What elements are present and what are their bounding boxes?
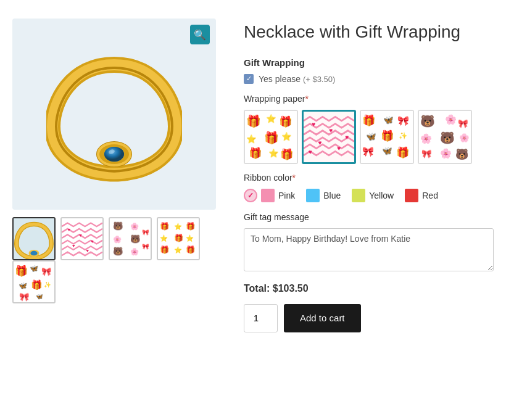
main-image: 🔍 xyxy=(12,19,216,210)
gift-tag-label: Gift tag message xyxy=(244,212,494,222)
svg-text:♥: ♥ xyxy=(318,139,321,146)
svg-point-4 xyxy=(104,147,124,162)
svg-text:🐻: 🐻 xyxy=(130,234,141,244)
gift-tag-input[interactable]: To Mom, Happy Birthday! Love from Katie xyxy=(244,228,494,271)
svg-text:🎁: 🎁 xyxy=(246,114,261,128)
wrapping-paper-label: Wrapping paper* xyxy=(244,94,494,104)
svg-text:⭐: ⭐ xyxy=(186,234,194,242)
svg-text:🎁: 🎁 xyxy=(396,146,410,159)
svg-text:🌸: 🌸 xyxy=(130,222,139,231)
wrapping-paper-section: Wrapping paper* 🎁 ⭐ 🎁 ⭐ 🎁 ⭐ 🎁 ⭐ xyxy=(244,94,494,164)
product-title: Necklace with Gift Wrapping xyxy=(244,22,494,43)
svg-point-8 xyxy=(30,251,37,256)
ribbon-pink[interactable]: ✓ Pink xyxy=(244,189,295,202)
svg-text:✨: ✨ xyxy=(44,281,51,289)
svg-text:🦋: 🦋 xyxy=(36,293,43,300)
svg-text:♥: ♥ xyxy=(337,145,341,152)
svg-text:🦋: 🦋 xyxy=(383,115,394,125)
total-line: Total: $103.50 xyxy=(244,283,494,294)
necklace-illustration xyxy=(46,46,182,182)
wrapping-paper-required: * xyxy=(305,94,308,104)
svg-text:🎀: 🎀 xyxy=(397,115,410,126)
svg-text:♥: ♥ xyxy=(345,133,349,140)
gift-wrapping-price: (+ $3.50) xyxy=(303,75,335,84)
svg-text:🎁: 🎁 xyxy=(160,245,170,255)
svg-text:🌸: 🌸 xyxy=(440,147,452,159)
svg-text:🎁: 🎁 xyxy=(249,147,262,160)
svg-text:🐻: 🐻 xyxy=(113,246,123,257)
wrap-option-colorful[interactable]: 🎁 🦋 🎀 🦋 🎁 ✨ 🎀 🦋 🎁 xyxy=(360,110,414,164)
product-image-col: 🔍 xyxy=(12,19,219,332)
ribbon-pink-label: Pink xyxy=(278,191,295,200)
zoom-button[interactable]: 🔍 xyxy=(190,25,210,44)
svg-text:⭐: ⭐ xyxy=(174,246,182,254)
ribbon-blue-label: Blue xyxy=(323,191,341,200)
svg-text:♥: ♥ xyxy=(86,248,89,253)
wrap-option-bears[interactable]: 🐻 🌸 🎀 🌸 🐻 🌸 🎀 🌸 🐻 xyxy=(418,110,472,164)
wrap-option-gifts[interactable]: 🎁 ⭐ 🎁 ⭐ 🎁 ⭐ 🎁 ⭐ 🎁 xyxy=(244,110,298,164)
svg-text:🌸: 🌸 xyxy=(445,113,457,125)
svg-text:⭐: ⭐ xyxy=(174,223,182,231)
ribbon-required: * xyxy=(292,173,296,183)
product-details-col: Necklace with Gift Wrapping Gift Wrappin… xyxy=(244,19,494,332)
zoom-icon: 🔍 xyxy=(194,29,206,41)
svg-text:🎁: 🎁 xyxy=(160,221,170,231)
ribbon-color-section: Ribbon color* ✓ Pink Blue xyxy=(244,173,494,202)
svg-text:🎀: 🎀 xyxy=(41,266,52,277)
thumbnail-hearts[interactable]: ♥ ♥ ♥ ♥ ♥ xyxy=(60,217,104,260)
gift-wrapping-section: Gift Wrapping ✓ Yes please (+ $3.50) xyxy=(244,57,494,84)
svg-text:♥: ♥ xyxy=(91,239,94,244)
svg-text:🦋: 🦋 xyxy=(30,264,39,273)
thumbnail-necklace[interactable] xyxy=(12,217,56,260)
ribbon-pink-swatch xyxy=(261,189,275,202)
svg-text:⭐: ⭐ xyxy=(281,131,292,141)
svg-text:🎁: 🎁 xyxy=(279,115,292,128)
svg-text:🎁: 🎁 xyxy=(362,114,376,127)
svg-text:🎁: 🎁 xyxy=(280,148,294,161)
ribbon-red[interactable]: Red xyxy=(405,189,438,202)
svg-text:♥: ♥ xyxy=(312,121,315,128)
svg-text:♥: ♥ xyxy=(79,233,82,238)
thumbnails-row-2: 🎁 🦋 🎀 🦋 🎁 ✨ 🎀 🦋 xyxy=(12,260,219,303)
svg-text:🎀: 🎀 xyxy=(142,229,149,236)
svg-text:⭐: ⭐ xyxy=(160,234,168,242)
svg-text:🎀: 🎀 xyxy=(19,292,30,302)
svg-text:⭐: ⭐ xyxy=(266,113,276,124)
ribbon-blue[interactable]: Blue xyxy=(306,189,341,202)
ribbon-options: ✓ Pink Blue Yellow Red xyxy=(244,189,494,202)
svg-text:🐻: 🐻 xyxy=(440,130,455,144)
ribbon-yellow[interactable]: Yellow xyxy=(352,189,394,202)
svg-text:🌸: 🌸 xyxy=(420,132,433,144)
thumbnail-bears[interactable]: 🐻 🌸 🌸 🐻 🐻 🌸 🎀 🎀 xyxy=(109,217,152,260)
quantity-input[interactable] xyxy=(244,304,278,332)
thumbnail-gifts-small[interactable]: 🎁 ⭐ 🎁 ⭐ 🎁 ⭐ 🎁 ⭐ 🎁 xyxy=(157,217,200,260)
svg-text:🦋: 🦋 xyxy=(382,145,392,155)
wrapping-paper-options: 🎁 ⭐ 🎁 ⭐ 🎁 ⭐ 🎁 ⭐ 🎁 xyxy=(244,110,494,164)
wrap-option-hearts[interactable]: ♥ ♥ ♥ ♥ ♥ ♥ xyxy=(302,110,356,164)
ribbon-red-swatch xyxy=(405,189,418,202)
svg-text:🎀: 🎀 xyxy=(458,118,468,128)
svg-text:🦋: 🦋 xyxy=(19,281,28,290)
gift-wrapping-checkbox-row[interactable]: ✓ Yes please (+ $3.50) xyxy=(244,74,494,84)
thumbnail-colorful-gifts[interactable]: 🎁 🦋 🎀 🦋 🎁 ✨ 🎀 🦋 xyxy=(12,260,56,303)
svg-text:♥: ♥ xyxy=(308,149,312,155)
svg-text:🎁: 🎁 xyxy=(31,279,43,290)
ribbon-color-label: Ribbon color* xyxy=(244,173,494,183)
gift-wrapping-checkbox[interactable]: ✓ xyxy=(244,74,254,84)
gift-wrapping-title: Gift Wrapping xyxy=(244,57,494,68)
add-to-cart-button[interactable]: Add to cart xyxy=(284,304,361,332)
svg-text:🎁: 🎁 xyxy=(381,129,394,142)
gift-tag-section: Gift tag message To Mom, Happy Birthday!… xyxy=(244,212,494,273)
thumbnails-row: ♥ ♥ ♥ ♥ ♥ 🐻 🌸 🌸 🐻 🐻 🌸 🎀 xyxy=(12,217,219,260)
svg-text:🎁: 🎁 xyxy=(264,130,279,144)
svg-text:🎁: 🎁 xyxy=(15,265,28,278)
svg-text:🎁: 🎁 xyxy=(186,221,196,231)
gift-wrapping-label: Yes please (+ $3.50) xyxy=(259,74,335,84)
svg-text:🐻: 🐻 xyxy=(455,148,469,161)
ribbon-yellow-label: Yellow xyxy=(369,191,394,200)
svg-text:🎁: 🎁 xyxy=(186,245,196,255)
page-container: 🔍 xyxy=(0,0,506,351)
svg-text:🐻: 🐻 xyxy=(420,114,435,128)
svg-text:♥: ♥ xyxy=(329,126,333,133)
svg-text:✨: ✨ xyxy=(399,131,408,140)
